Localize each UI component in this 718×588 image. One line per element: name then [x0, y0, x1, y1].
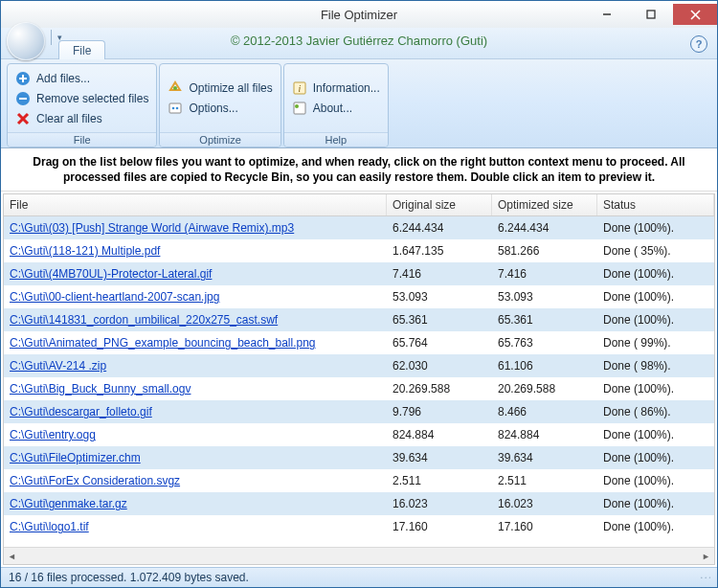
svg-point-14 [176, 107, 179, 110]
cell-original: 1.647.135 [387, 244, 492, 258]
table-row[interactable]: C:\Guti\(118-121) Multiple.pdf1.647.1355… [4, 239, 714, 262]
file-table: File Original size Optimized size Status… [3, 193, 715, 565]
file-link[interactable]: C:\Guti\(118-121) Multiple.pdf [10, 244, 160, 258]
cell-status: Done ( 35%). [597, 244, 714, 258]
cell-file: C:\Guti\141831_cordon_umbilical_220x275_… [4, 313, 387, 327]
svg-rect-17 [294, 102, 305, 114]
col-status[interactable]: Status [597, 194, 714, 215]
clear-files-button[interactable]: Clear all files [13, 110, 150, 127]
file-link[interactable]: C:\Guti\AV-214 .zip [10, 359, 106, 373]
table-row[interactable]: C:\Guti\ForEx Consideration.svgz2.5112.5… [4, 469, 714, 492]
table-row[interactable]: C:\Guti\(4MB70UL)-Protector-Lateral.gif7… [4, 262, 714, 285]
cell-file: C:\Guti\(03) [Push] Strange World (Airwa… [4, 221, 387, 235]
cell-original: 2.511 [387, 474, 492, 487]
information-button[interactable]: i Information... [290, 79, 382, 97]
cell-optimized: 6.244.434 [492, 221, 597, 235]
cell-optimized: 581.266 [492, 244, 597, 258]
about-label: About... [313, 102, 352, 115]
clear-files-label: Clear all files [36, 112, 102, 125]
cell-file: C:\Guti\Animated_PNG_example_bouncing_be… [4, 336, 387, 350]
file-link[interactable]: C:\Guti\Animated_PNG_example_bouncing_be… [10, 336, 316, 350]
cell-original: 16.023 [387, 497, 492, 510]
svg-point-13 [172, 107, 175, 110]
cell-original: 17.160 [387, 520, 492, 533]
horizontal-scrollbar[interactable]: ◄ ► [4, 547, 714, 564]
file-link[interactable]: C:\Guti\ForEx Consideration.svgz [10, 474, 180, 487]
scroll-left-icon[interactable]: ◄ [4, 548, 20, 564]
cell-optimized: 2.511 [492, 474, 597, 487]
cell-original: 62.030 [387, 359, 492, 373]
cell-original: 7.416 [387, 267, 492, 281]
file-link[interactable]: C:\Guti\Big_Buck_Bunny_small.ogv [10, 382, 191, 396]
cell-status: Done (100%). [597, 428, 714, 441]
options-label: Options... [189, 102, 237, 115]
about-button[interactable]: About... [290, 100, 382, 117]
cell-status: Done (100%). [597, 267, 714, 281]
file-link[interactable]: C:\Guti\(03) [Push] Strange World (Airwa… [10, 221, 294, 235]
table-row[interactable]: C:\Guti\Animated_PNG_example_bouncing_be… [4, 331, 714, 354]
file-link[interactable]: C:\Guti\141831_cordon_umbilical_220x275_… [10, 313, 278, 327]
table-row[interactable]: C:\Guti\(03) [Push] Strange World (Airwa… [4, 216, 714, 239]
svg-text:i: i [298, 83, 301, 94]
ribbon-group-file: Add files... Remove selected files Clear… [7, 63, 157, 147]
file-link[interactable]: C:\Guti\descargar_folleto.gif [10, 405, 152, 418]
table-row[interactable]: C:\Guti\AV-214 .zip62.03061.106Done ( 98… [4, 354, 714, 377]
cell-optimized: 20.269.588 [492, 382, 597, 396]
cell-file: C:\Guti\logo1.tif [4, 520, 387, 533]
col-original[interactable]: Original size [387, 194, 492, 215]
cell-file: C:\Guti\descargar_folleto.gif [4, 405, 387, 418]
cell-original: 65.764 [387, 336, 492, 350]
ribbon: Add files... Remove selected files Clear… [1, 59, 717, 148]
resize-grip-icon[interactable]: ⋰ [700, 572, 712, 584]
cell-original: 824.884 [387, 428, 492, 441]
remove-files-button[interactable]: Remove selected files [13, 90, 150, 107]
table-row[interactable]: C:\Guti\00-client-heartland-2007-scan.jp… [4, 285, 714, 308]
optimize-all-button[interactable]: Optimize all files [166, 79, 274, 97]
svg-point-18 [295, 104, 299, 108]
status-text: 16 / 16 files processed. 1.072.409 bytes… [9, 571, 249, 584]
ribbon-tabs: File [58, 37, 105, 58]
optimize-all-label: Optimize all files [189, 81, 272, 95]
cell-file: C:\Guti\00-client-heartland-2007-scan.jp… [4, 290, 387, 304]
scroll-right-icon[interactable]: ► [698, 548, 714, 564]
cell-status: Done ( 99%). [597, 336, 714, 350]
cell-status: Done (100%). [597, 520, 714, 533]
add-files-button[interactable]: Add files... [13, 70, 150, 87]
table-row[interactable]: C:\Guti\descargar_folleto.gif9.7968.466D… [4, 400, 714, 423]
table-row[interactable]: C:\Guti\FileOptimizer.chm39.63439.634Don… [4, 446, 714, 469]
cell-optimized: 61.106 [492, 359, 597, 373]
table-body[interactable]: C:\Guti\(03) [Push] Strange World (Airwa… [4, 216, 714, 547]
group-label-optimize: Optimize [160, 132, 280, 147]
cell-status: Done (100%). [597, 313, 714, 327]
table-row[interactable]: C:\Guti\Big_Buck_Bunny_small.ogv20.269.5… [4, 377, 714, 400]
table-row[interactable]: C:\Guti\141831_cordon_umbilical_220x275_… [4, 308, 714, 331]
cell-file: C:\Guti\ForEx Consideration.svgz [4, 474, 387, 487]
information-label: Information... [313, 81, 380, 95]
col-file[interactable]: File [4, 194, 387, 215]
cell-optimized: 65.763 [492, 336, 597, 350]
tab-file[interactable]: File [58, 40, 105, 59]
cell-optimized: 53.093 [492, 290, 597, 304]
ribbon-group-help: i Information... About... Help [283, 63, 389, 147]
file-link[interactable]: C:\Guti\entry.ogg [10, 428, 96, 441]
cell-original: 6.244.434 [387, 221, 492, 235]
info-icon: i [292, 80, 307, 96]
status-bar: 16 / 16 files processed. 1.072.409 bytes… [1, 567, 717, 587]
col-optimized[interactable]: Optimized size [492, 194, 597, 215]
cell-optimized: 8.466 [492, 405, 597, 418]
file-link[interactable]: C:\Guti\00-client-heartland-2007-scan.jp… [10, 290, 219, 304]
cell-status: Done ( 98%). [597, 359, 714, 373]
table-row[interactable]: C:\Guti\entry.ogg824.884824.884Done (100… [4, 423, 714, 446]
cell-original: 20.269.588 [387, 382, 492, 396]
table-row[interactable]: C:\Guti\genmake.tar.gz16.02316.023Done (… [4, 492, 714, 515]
file-link[interactable]: C:\Guti\logo1.tif [10, 520, 89, 533]
copyright-text: © 2012-2013 Javier Gutiérrez Chamorro (G… [1, 34, 717, 48]
options-button[interactable]: Options... [166, 100, 274, 117]
cell-status: Done (100%). [597, 221, 714, 235]
file-link[interactable]: C:\Guti\genmake.tar.gz [10, 497, 127, 510]
scroll-track[interactable] [20, 548, 698, 564]
minus-icon [15, 91, 31, 106]
table-row[interactable]: C:\Guti\logo1.tif17.16017.160Done (100%)… [4, 515, 714, 538]
file-link[interactable]: C:\Guti\FileOptimizer.chm [10, 451, 141, 464]
file-link[interactable]: C:\Guti\(4MB70UL)-Protector-Lateral.gif [10, 267, 212, 281]
